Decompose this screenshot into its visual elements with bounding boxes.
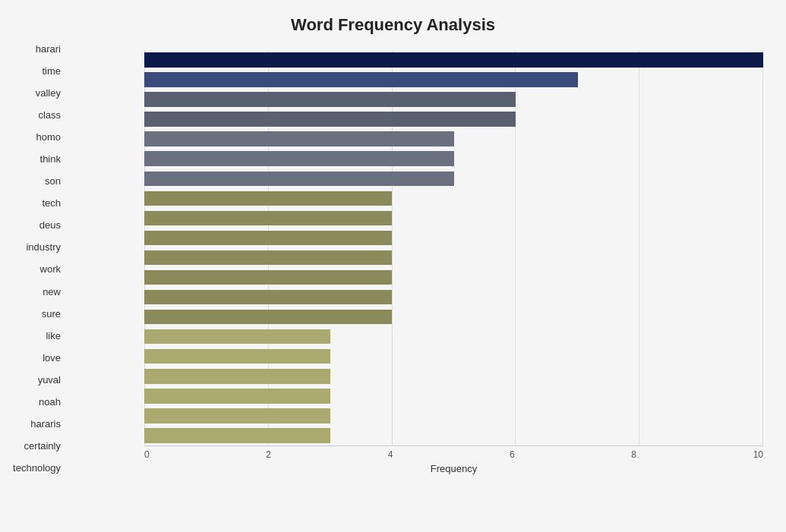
bar-label: class: [0, 104, 68, 126]
bar-label: hararis: [0, 413, 68, 435]
bar: [144, 349, 330, 364]
bar-row: [144, 90, 763, 109]
bar-label: think: [0, 148, 68, 170]
bar-row: [144, 426, 763, 445]
bar-label: sure: [0, 303, 68, 325]
x-tick: 4: [388, 449, 393, 460]
bar: [144, 172, 454, 187]
bars-area: [144, 50, 763, 445]
bar: [144, 131, 454, 146]
bar-label: certainly: [0, 435, 68, 457]
bar-row: [144, 247, 763, 267]
bar: [144, 270, 392, 285]
bar-row: [144, 50, 763, 70]
bar-row: [144, 228, 763, 247]
bar-label: noah: [0, 391, 68, 413]
bar-label: homo: [0, 126, 68, 148]
bar: [144, 369, 330, 384]
bar-label: technology: [0, 457, 68, 479]
chart-title: Word Frequency Analysis: [23, 15, 763, 35]
bar-row: [144, 347, 763, 367]
x-ticks: 0246810: [144, 446, 763, 460]
bar: [144, 191, 392, 206]
bar: [144, 408, 330, 423]
bar-row: [144, 168, 763, 188]
bar: [144, 250, 392, 266]
x-axis: 0246810 Frequency: [144, 445, 763, 476]
bar-row: [144, 268, 763, 288]
x-tick: 8: [631, 449, 636, 460]
x-axis-label: Frequency: [144, 463, 763, 474]
bar: [144, 112, 516, 127]
bar-row: [144, 367, 763, 386]
bar-label: like: [0, 325, 68, 347]
x-tick: 0: [144, 449, 150, 460]
bar-row: [144, 70, 763, 90]
bar: [144, 211, 392, 226]
bar-row: [144, 188, 763, 208]
bar: [144, 389, 330, 404]
bar-label: new: [0, 281, 68, 303]
bar-label: love: [0, 347, 68, 369]
bar: [144, 92, 516, 107]
bar-label: valley: [0, 82, 68, 104]
bar: [144, 151, 454, 166]
bar: [144, 290, 392, 305]
x-tick: 10: [753, 449, 763, 460]
bar-row: [144, 307, 763, 327]
bar-row: [144, 109, 763, 129]
bar-row: [144, 149, 763, 168]
bar: [144, 310, 392, 325]
x-tick: 6: [510, 449, 515, 460]
bar-label: harari: [0, 38, 68, 60]
x-tick: 2: [266, 449, 271, 460]
bar: [144, 72, 578, 87]
bar-row: [144, 386, 763, 406]
bar-label: son: [0, 170, 68, 192]
bar-row: [144, 327, 763, 347]
bar-row: [144, 129, 763, 149]
bar: [144, 329, 330, 345]
chart-container: Word Frequency Analysis 0246810 Frequenc…: [0, 0, 786, 532]
y-labels: hararitimevalleyclasshomothinksontechdeu…: [0, 38, 68, 479]
bar-row: [144, 288, 763, 307]
bar-label: tech: [0, 192, 68, 214]
bar-label: deus: [0, 214, 68, 236]
bar: [144, 52, 763, 68]
bar: [144, 231, 392, 246]
bar-label: work: [0, 258, 68, 280]
bar-label: yuval: [0, 369, 68, 391]
bar: [144, 428, 330, 443]
bar-row: [144, 208, 763, 228]
bar-row: [144, 406, 763, 426]
bar-label: industry: [0, 236, 68, 258]
bar-label: time: [0, 60, 68, 82]
